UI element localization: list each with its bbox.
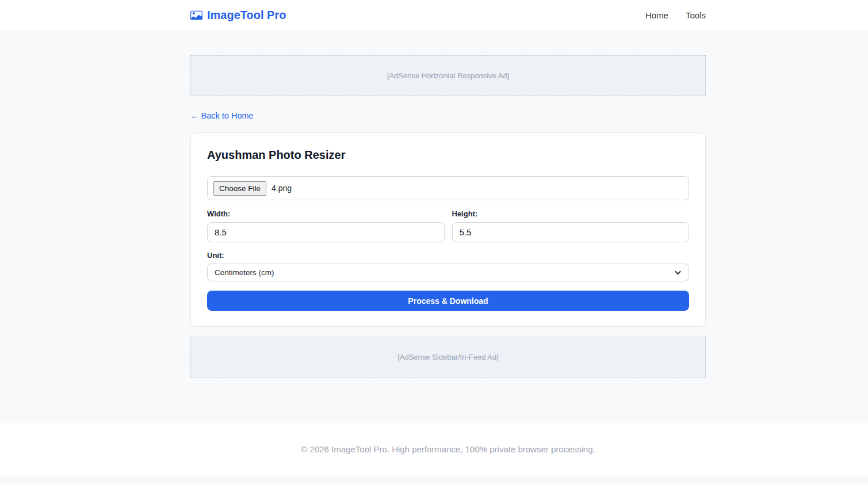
- image-icon: [190, 9, 202, 21]
- main-content: [AdSense Horizontal Responsive Ad] ← Bac…: [0, 31, 868, 422]
- site-header: ImageTool Pro Home Tools: [0, 0, 868, 31]
- file-input[interactable]: Choose File 4.png: [207, 176, 689, 200]
- bottom-strip: [0, 476, 868, 484]
- choose-file-button[interactable]: Choose File: [213, 181, 266, 196]
- back-to-home-link[interactable]: ← Back to Home: [190, 111, 254, 120]
- tool-title: Ayushman Photo Resizer: [207, 148, 689, 162]
- adsense-top-label: [AdSense Horizontal Responsive Ad]: [387, 71, 509, 80]
- unit-select[interactable]: Centimeters (cm): [207, 264, 689, 281]
- brand-name: ImageTool Pro: [207, 9, 286, 22]
- width-label: Width:: [207, 209, 445, 218]
- unit-selected-value: Centimeters (cm): [215, 268, 274, 277]
- main-nav: Home Tools: [645, 10, 706, 20]
- unit-label: Unit:: [207, 251, 689, 260]
- adsense-top-placeholder: [AdSense Horizontal Responsive Ad]: [190, 55, 706, 96]
- nav-item-tools[interactable]: Tools: [686, 10, 706, 20]
- copyright-text: © 2026 ImageTool Pro. High performance, …: [190, 444, 706, 454]
- height-label: Height:: [452, 209, 690, 218]
- selected-file-name: 4.png: [272, 184, 292, 193]
- site-footer: © 2026 ImageTool Pro. High performance, …: [0, 422, 868, 476]
- adsense-bottom-label: [AdSense Sidebar/In-Feed Ad]: [397, 353, 499, 361]
- height-input[interactable]: [452, 222, 690, 242]
- adsense-bottom-placeholder: [AdSense Sidebar/In-Feed Ad]: [190, 337, 706, 378]
- chevron-down-icon: [674, 269, 682, 276]
- process-download-button[interactable]: Process & Download: [207, 291, 689, 311]
- photo-resizer-card: Ayushman Photo Resizer Choose File 4.png…: [190, 132, 706, 327]
- width-input[interactable]: [207, 222, 445, 242]
- brand-link[interactable]: ImageTool Pro: [190, 9, 286, 22]
- nav-item-home[interactable]: Home: [645, 10, 668, 20]
